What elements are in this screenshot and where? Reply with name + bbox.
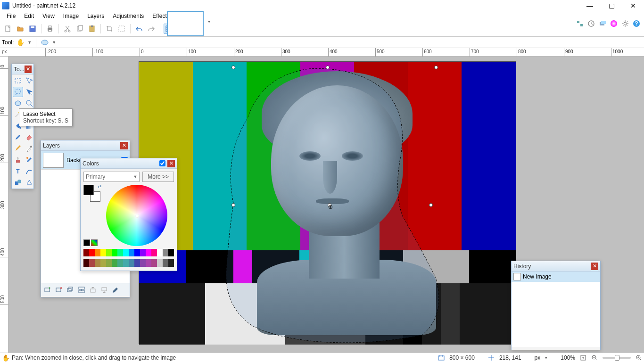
- main-toolbar: [0, 21, 644, 37]
- zoom-slider-thumb[interactable]: [615, 355, 619, 361]
- color-palette-row1[interactable]: [83, 249, 174, 256]
- history-window-toggle-icon[interactable]: [586, 19, 596, 28]
- save-file-icon[interactable]: [27, 24, 38, 34]
- selection-handle[interactable]: [429, 203, 433, 207]
- print-icon[interactable]: [45, 24, 55, 34]
- colors-more-button[interactable]: More >>: [142, 172, 174, 182]
- tool-option-ellipse-icon[interactable]: [41, 39, 49, 46]
- history-panel-close-icon[interactable]: ✕: [591, 263, 598, 270]
- color-palette-row2[interactable]: [83, 259, 174, 267]
- zoom-level[interactable]: 100%: [561, 354, 575, 361]
- move-selection-tool[interactable]: [24, 75, 34, 86]
- tool-option-dropdown-icon[interactable]: ▼: [52, 40, 56, 45]
- close-button[interactable]: ✕: [622, 0, 644, 11]
- help-icon[interactable]: ?: [632, 19, 641, 28]
- zoom-tool[interactable]: [24, 98, 34, 108]
- minimize-button[interactable]: —: [579, 0, 601, 11]
- recolor-tool[interactable]: [24, 155, 34, 165]
- tools-window-toggle-icon[interactable]: [575, 19, 585, 28]
- colors-window-toggle-icon[interactable]: [609, 19, 619, 28]
- selection-center-handle[interactable]: ⊕: [328, 203, 331, 207]
- paintbrush-tool[interactable]: [13, 132, 23, 142]
- menubar: File Edit View Image Layers Adjustments …: [0, 11, 644, 21]
- move-selected-pixels-tool[interactable]: [24, 87, 34, 97]
- text-tool[interactable]: T: [13, 166, 23, 176]
- ellipse-select-tool[interactable]: [13, 98, 23, 108]
- copy-icon[interactable]: [74, 24, 85, 34]
- svg-rect-9: [31, 26, 34, 28]
- unit-dropdown-icon[interactable]: ▾: [545, 355, 547, 360]
- open-file-icon[interactable]: [15, 24, 25, 34]
- merge-layer-icon[interactable]: [77, 285, 86, 295]
- deselect-icon[interactable]: [116, 24, 127, 34]
- svg-point-24: [15, 101, 21, 106]
- redo-icon[interactable]: [146, 24, 157, 34]
- cut-icon[interactable]: [62, 24, 73, 34]
- undo-icon[interactable]: [134, 24, 144, 34]
- zoom-in-icon[interactable]: [636, 354, 642, 361]
- eraser-tool[interactable]: [24, 132, 34, 142]
- palette-swatch[interactable]: [91, 239, 98, 246]
- selection-handle[interactable]: [231, 203, 235, 207]
- tooltip-title: Lasso Select: [23, 111, 68, 117]
- history-item[interactable]: New Image: [512, 272, 600, 282]
- crop-icon[interactable]: [104, 24, 115, 34]
- settings-icon[interactable]: [620, 19, 630, 28]
- line-tool[interactable]: [24, 166, 34, 176]
- color-wheel[interactable]: [106, 185, 167, 246]
- rectangle-select-tool[interactable]: [13, 75, 23, 86]
- zoom-out-icon[interactable]: [591, 354, 598, 361]
- colors-pin-checkbox[interactable]: [159, 160, 165, 166]
- layer-properties-icon[interactable]: [111, 285, 120, 295]
- zoom-fit-icon[interactable]: [580, 354, 586, 361]
- color-wheel-cursor[interactable]: [135, 214, 139, 218]
- svg-rect-29: [16, 160, 20, 163]
- clone-stamp-tool[interactable]: [13, 155, 23, 165]
- paste-icon[interactable]: [87, 24, 97, 34]
- maximize-button[interactable]: ▢: [601, 0, 622, 11]
- menu-image[interactable]: Image: [59, 12, 83, 20]
- menu-adjustments[interactable]: Adjustments: [109, 12, 148, 20]
- tools-panel-title: To...: [14, 66, 25, 73]
- move-layer-down-icon[interactable]: [99, 285, 109, 295]
- svg-rect-34: [45, 288, 50, 292]
- move-layer-up-icon[interactable]: [88, 285, 98, 295]
- primary-secondary-swatch[interactable]: ⇄: [83, 185, 100, 202]
- colors-panel[interactable]: Colors ✕ Primary▼ More >> ⇄: [80, 158, 177, 271]
- thumbnail-dropdown-icon[interactable]: ▾: [208, 19, 210, 24]
- menu-layers[interactable]: Layers: [83, 12, 108, 20]
- canvas[interactable]: ⊕: [139, 61, 516, 344]
- black-swatch[interactable]: [83, 239, 90, 246]
- selection-handle[interactable]: [326, 66, 330, 69]
- shapes-dropdown-icon[interactable]: [24, 177, 34, 188]
- menu-view[interactable]: View: [39, 12, 58, 20]
- delete-layer-icon[interactable]: [54, 285, 64, 295]
- swap-colors-icon[interactable]: ⇄: [98, 184, 101, 189]
- menu-edit[interactable]: Edit: [20, 12, 38, 20]
- shapes-tool[interactable]: [13, 177, 23, 188]
- svg-text:?: ?: [635, 20, 638, 27]
- pencil-tool[interactable]: [13, 143, 23, 154]
- tools-panel-close-icon[interactable]: ✕: [25, 66, 32, 73]
- selection-handle[interactable]: [231, 66, 235, 69]
- pan-tool-icon[interactable]: ✋: [17, 39, 25, 46]
- zoom-slider[interactable]: [603, 357, 631, 359]
- lasso-select-tool[interactable]: [13, 87, 23, 97]
- menu-file[interactable]: File: [3, 12, 19, 20]
- layers-panel-close-icon[interactable]: ✕: [120, 142, 128, 149]
- add-layer-icon[interactable]: [43, 285, 52, 295]
- history-panel[interactable]: History ✕ New Image: [511, 261, 601, 350]
- colors-panel-close-icon[interactable]: ✕: [167, 160, 175, 167]
- unit-label[interactable]: px: [535, 354, 541, 361]
- titlebar: Untitled - paint.net 4.2.12 — ▢ ✕: [0, 0, 644, 11]
- color-picker-tool[interactable]: [24, 143, 34, 154]
- duplicate-layer-icon[interactable]: [66, 285, 75, 295]
- new-file-icon[interactable]: [3, 24, 13, 34]
- color-mode-dropdown[interactable]: Primary▼: [83, 172, 140, 182]
- tool-dropdown-icon[interactable]: ▼: [27, 40, 32, 45]
- tools-panel[interactable]: To... ✕ ✋ T: [11, 64, 34, 189]
- image-thumbnail[interactable]: ▾: [167, 11, 204, 36]
- svg-point-28: [30, 146, 32, 148]
- selection-handle[interactable]: [434, 66, 438, 69]
- layers-window-toggle-icon[interactable]: [598, 19, 607, 28]
